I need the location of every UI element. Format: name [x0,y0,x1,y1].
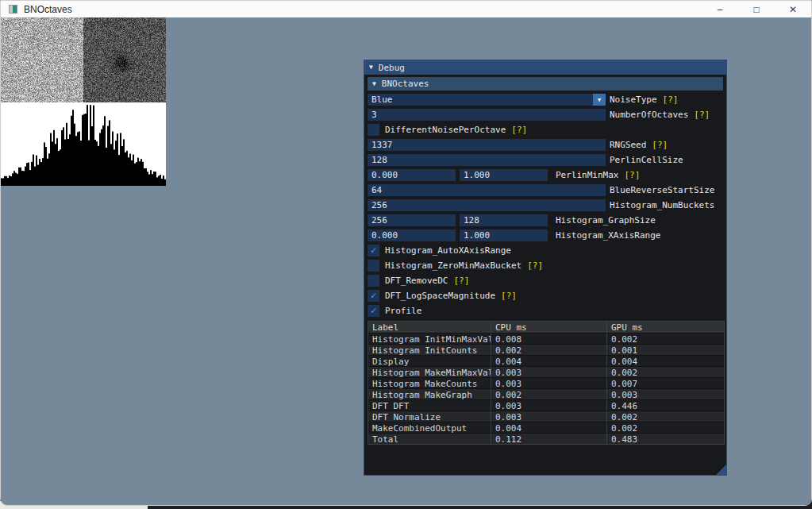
help-marker[interactable]: [?] [624,170,640,180]
hist-graphsize-row: Histogram_GraphSize [368,214,723,226]
table-cell: Total [368,434,491,444]
table-cell: 0.004 [607,356,723,366]
help-marker[interactable]: [?] [501,291,517,301]
noise-type-label: NoiseType [610,94,657,105]
hist-buckets-input[interactable] [368,199,606,211]
help-marker[interactable]: [?] [511,125,527,135]
perlin-minmax-row: PerlinMinMax [?] [368,169,723,181]
table-header-cell[interactable]: GPU ms [607,322,723,333]
profile-checkbox[interactable]: ✓ [368,305,379,317]
blue-reverse-input[interactable] [368,184,606,196]
blue-reverse-label: BlueReverseStartSize [610,185,714,195]
perlin-cell-input[interactable] [368,154,606,166]
app-icon [9,5,17,13]
table-cell: 0.483 [607,434,723,444]
rng-seed-label: RNGSeed [610,140,646,150]
table-cell: 0.001 [607,345,723,355]
table-row: Histogram_MakeCounts0.0030.007 [368,377,724,388]
hist-auto-row: ✓ Histogram_AutoXAxisRange [368,245,723,256]
hist-zero-checkbox[interactable] [368,260,379,272]
table-cell: MakeCombinedOutput [368,422,491,433]
perlin-min-input[interactable] [368,169,456,181]
different-noise-label: DifferentNoisePerOctave [385,125,506,135]
table-cell: 0.002 [607,422,723,433]
octaves-label: NumberOfOctaves [610,110,688,120]
hist-buckets-row: Histogram_NumBuckets [368,199,723,211]
help-marker[interactable]: [?] [663,94,679,105]
perlin-cell-label: PerlinCellSize [610,155,683,165]
rng-seed-row: RNGSeed [?] [368,139,723,151]
app-titlebar[interactable]: BNOctaves – □ ✕ [1,1,811,17]
app-title: BNOctaves [24,4,72,15]
hist-graph-width-input[interactable] [368,214,456,226]
hist-zero-row: Histogram_ZeroMinMaxBucket [?] [368,260,723,272]
table-row: Display0.0040.004 [368,355,724,366]
table-cell: Histogram_InitCounts [368,345,491,355]
table-cell: DFT_Normalize [368,411,491,422]
hist-xaxis-min-input[interactable] [368,229,456,241]
table-cell: 0.003 [607,389,723,399]
table-cell: 0.003 [491,411,607,422]
table-cell: 0.002 [607,411,723,422]
blue-reverse-row: BlueReverseStartSize [368,184,723,196]
dft-removedc-row: DFT_RemoveDC [?] [368,275,723,287]
table-cell: 0.112 [491,434,607,444]
noise-type-row: Blue ▼ NoiseType [?] [368,94,723,106]
hist-xaxis-max-input[interactable] [460,229,548,241]
help-marker[interactable]: [?] [652,140,668,150]
table-cell: 0.002 [607,334,723,344]
table-row: Total0.1120.483 [368,433,724,444]
hist-auto-label: Histogram_AutoXAxisRange [385,245,511,256]
section-header-bnoctaves[interactable]: ▼ BNOctaves [368,77,723,91]
close-button[interactable]: ✕ [775,1,811,17]
table-cell: DFT_DFT [368,400,491,411]
noise-type-combo[interactable]: Blue ▼ [368,94,606,106]
debug-panel-titlebar[interactable]: ▼ Debug [364,60,726,75]
perlin-cell-row: PerlinCellSize [368,154,723,166]
dft-removedc-checkbox[interactable] [368,275,379,287]
table-cell: 0.003 [491,400,607,411]
dft-logspace-checkbox[interactable]: ✓ [368,290,379,302]
hist-auto-checkbox[interactable]: ✓ [368,245,379,256]
collapse-icon[interactable]: ▼ [369,64,373,71]
table-cell: 0.002 [607,367,723,377]
table-header-cell[interactable]: CPU ms [491,322,607,333]
debug-panel: ▼ Debug ▼ BNOctaves Blue ▼ NoiseType [?] [364,60,727,476]
table-cell: 0.004 [491,422,607,433]
different-noise-checkbox[interactable] [368,124,379,136]
help-marker[interactable]: [?] [694,110,710,120]
table-row: Histogram_InitCounts0.0020.001 [368,344,724,355]
octaves-input[interactable] [368,109,606,121]
table-row: DFT_DFT0.0030.446 [368,399,724,411]
perlin-max-input[interactable] [460,169,548,181]
profile-table: LabelCPU msGPU msHistogram_InitMinMaxVal… [368,321,725,445]
maximize-button[interactable]: □ [738,1,775,17]
resize-grip[interactable] [716,465,726,475]
different-noise-row: DifferentNoisePerOctave [?] [368,124,723,136]
minimize-button[interactable]: – [702,1,738,17]
dft-logspace-row: ✓ DFT_LogSpaceMagnitude [?] [368,290,723,302]
rng-seed-input[interactable] [368,139,606,151]
table-cell: 0.007 [607,378,723,388]
profile-label: Profile [385,306,421,316]
section-title: BNOctaves [382,79,429,89]
profile-row: ✓ Profile [368,305,723,317]
table-cell: Histogram_MakeMinMaxValue [368,367,491,377]
help-marker[interactable]: [?] [453,276,469,286]
table-cell: Histogram_MakeCounts [368,378,491,388]
table-row: Histogram_MakeMinMaxValue0.0030.002 [368,366,724,377]
table-header-cell[interactable]: Label [368,322,491,333]
table-cell: Histogram_InitMinMaxValue [368,334,491,344]
table-row: Histogram_MakeGraph0.0020.003 [368,388,724,399]
chevron-down-icon[interactable]: ▼ [593,94,606,106]
hist-xaxis-label: Histogram_XAxisRange [556,230,660,241]
app-client-area: ▼ Debug ▼ BNOctaves Blue ▼ NoiseType [?] [1,17,811,505]
hist-graph-height-input[interactable] [460,214,548,226]
window-controls: – □ ✕ [702,1,811,17]
table-row: MakeCombinedOutput0.0040.002 [368,422,724,433]
collapse-icon[interactable]: ▼ [372,81,376,87]
noise-texture-preview [1,17,166,102]
help-marker[interactable]: [?] [527,260,543,271]
debug-panel-title: Debug [379,63,405,73]
hist-zero-label: Histogram_ZeroMinMaxBucket [385,260,521,271]
